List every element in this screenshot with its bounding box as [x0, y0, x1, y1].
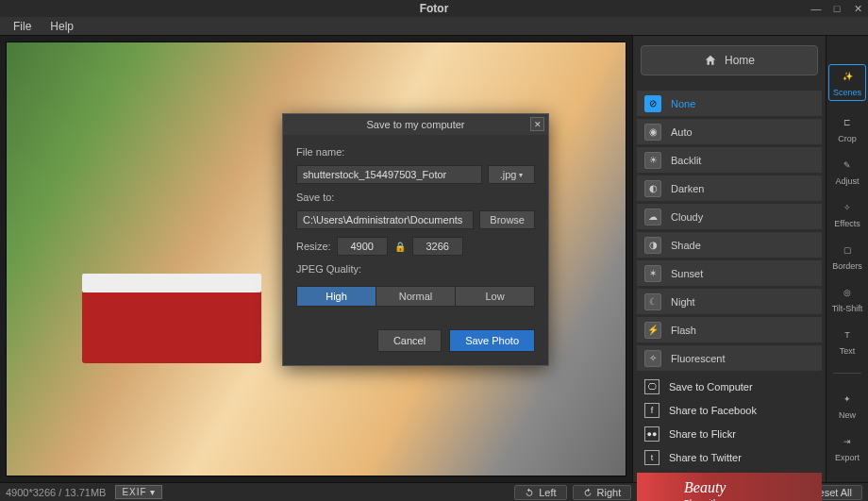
effects-icon: ✧: [839, 199, 856, 216]
text-icon: T: [839, 326, 856, 343]
quality-label: JPEG Quality:: [296, 263, 535, 275]
menubar: File Help: [0, 17, 868, 36]
dialog-title: Save to my computer: [367, 119, 465, 130]
scene-item-fluorescent[interactable]: ✧Fluorescent: [637, 345, 822, 371]
scene-label: Fluorescent: [671, 353, 725, 364]
minimize-icon[interactable]: —: [810, 2, 823, 15]
scene-label: Flash: [671, 325, 696, 336]
scene-item-none[interactable]: ⊘None: [637, 91, 822, 116]
right-panel: Home ⊘None◉Auto☀Backlit◐Darken☁Cloudy◑Sh…: [632, 36, 826, 482]
scene-icon: ◐: [644, 180, 661, 197]
save-photo-button[interactable]: Save Photo: [449, 329, 535, 352]
scene-item-night[interactable]: ☾Night: [637, 289, 822, 314]
home-button[interactable]: Home: [641, 45, 818, 75]
tool-scenes[interactable]: ✨Scenes: [828, 64, 866, 101]
scene-icon: ✧: [644, 350, 661, 367]
dialog-titlebar[interactable]: Save to my computer ✕: [283, 114, 548, 135]
menu-file[interactable]: File: [6, 18, 39, 35]
close-icon[interactable]: ✕: [851, 2, 864, 15]
tool-new[interactable]: ✦New: [828, 391, 866, 420]
titlebar: Fotor — □ ✕: [0, 0, 868, 17]
tool-label: Crop: [838, 134, 857, 143]
tool-label: Text: [840, 346, 856, 356]
app-title: Fotor: [420, 2, 449, 15]
scenes-icon: ✨: [839, 68, 856, 85]
tool-export[interactable]: ⇥Export: [828, 433, 866, 462]
home-label: Home: [725, 54, 755, 67]
quality-low-button[interactable]: Low: [456, 286, 535, 307]
export-label: Share to Twitter: [669, 452, 742, 463]
tool-label: Borders: [832, 261, 862, 271]
scene-item-flash[interactable]: ⚡Flash: [637, 317, 822, 342]
scene-item-auto[interactable]: ◉Auto: [637, 119, 822, 144]
scene-icon: ✶: [644, 265, 661, 282]
export-label: Save to Computer: [669, 381, 753, 392]
scene-item-shade[interactable]: ◑Shade: [637, 232, 822, 258]
tool-borders[interactable]: ▢Borders: [828, 242, 866, 271]
browse-button[interactable]: Browse: [479, 210, 535, 229]
export-label: Share to Flickr: [669, 428, 736, 440]
resize-width-input[interactable]: [337, 237, 388, 256]
scene-icon: ◉: [644, 124, 661, 141]
export-label: Share to Facebook: [669, 405, 757, 416]
new-icon: ✦: [839, 391, 856, 408]
cancel-button[interactable]: Cancel: [377, 329, 442, 352]
scene-label: Darken: [671, 183, 704, 194]
export-icon: f: [644, 403, 659, 418]
crop-icon: ⊏: [839, 114, 856, 131]
scene-icon: ◑: [644, 237, 661, 254]
tool-adjust[interactable]: ✎Adjust: [828, 157, 866, 186]
filename-input[interactable]: [296, 165, 482, 184]
export-icon: ●●: [644, 426, 659, 442]
quality-high-button[interactable]: High: [296, 286, 376, 307]
scene-icon: ☾: [644, 293, 661, 310]
export-item[interactable]: tShare to Twitter: [637, 445, 822, 469]
image-dimensions: 4900*3266 / 13.71MB: [6, 487, 106, 498]
scene-label: None: [671, 98, 695, 109]
borders-icon: ▢: [839, 242, 856, 259]
export-item[interactable]: 🖵Save to Computer: [637, 375, 822, 398]
extension-select[interactable]: .jpg: [488, 165, 535, 184]
rotate-left-button[interactable]: Left: [514, 485, 566, 500]
scene-label: Auto: [671, 126, 693, 138]
export-icon: ⇥: [839, 433, 856, 450]
maximize-icon[interactable]: □: [830, 2, 843, 15]
filename-label: File name:: [296, 146, 535, 158]
tool-label: Export: [835, 453, 860, 462]
scene-label: Cloudy: [671, 211, 703, 223]
tool-sidebar: ✨Scenes⊏Crop✎Adjust✧Effects▢Borders◎Tilt…: [826, 36, 868, 482]
export-item[interactable]: fShare to Facebook: [637, 398, 822, 422]
save-dialog: Save to my computer ✕ File name: .jpg Sa…: [282, 113, 549, 366]
tool-label: Effects: [834, 219, 860, 228]
scene-item-darken[interactable]: ◐Darken: [637, 175, 822, 201]
scene-item-sunset[interactable]: ✶Sunset: [637, 260, 822, 286]
scene-icon: ⊘: [644, 95, 661, 112]
exif-button[interactable]: EXIF ▾: [115, 485, 162, 499]
scene-icon: ⚡: [644, 322, 661, 339]
rotate-right-icon: [583, 488, 593, 497]
dialog-close-button[interactable]: ✕: [530, 117, 544, 131]
tool-crop[interactable]: ⊏Crop: [828, 114, 866, 143]
export-item[interactable]: ●●Share to Flickr: [637, 422, 822, 445]
lock-aspect-icon[interactable]: 🔒: [393, 240, 407, 253]
scene-label: Shade: [671, 240, 701, 251]
scene-list: ⊘None◉Auto☀Backlit◐Darken☁Cloudy◑Shade✶S…: [637, 91, 822, 371]
rotate-right-button[interactable]: Right: [573, 485, 632, 500]
scene-icon: ☀: [644, 152, 661, 169]
tool-tilt-shift[interactable]: ◎Tilt-Shift: [828, 284, 866, 313]
tool-label: Scenes: [833, 88, 861, 97]
tool-text[interactable]: TText: [828, 326, 866, 356]
quality-normal-button[interactable]: Normal: [376, 286, 456, 307]
tool-label: Adjust: [835, 176, 859, 186]
tool-effects[interactable]: ✧Effects: [828, 199, 866, 228]
resize-height-input[interactable]: [412, 237, 463, 256]
scene-label: Sunset: [671, 268, 703, 279]
menu-help[interactable]: Help: [42, 18, 81, 35]
saveto-input[interactable]: [296, 210, 474, 229]
promo-thumbnail[interactable]: Beauty Play with our new make up tools!: [637, 473, 822, 501]
scene-item-backlit[interactable]: ☀Backlit: [637, 147, 822, 173]
tilt-shift-icon: ◎: [839, 284, 856, 301]
home-icon: [704, 54, 717, 67]
saveto-label: Save to:: [296, 192, 535, 203]
scene-item-cloudy[interactable]: ☁Cloudy: [637, 204, 822, 229]
